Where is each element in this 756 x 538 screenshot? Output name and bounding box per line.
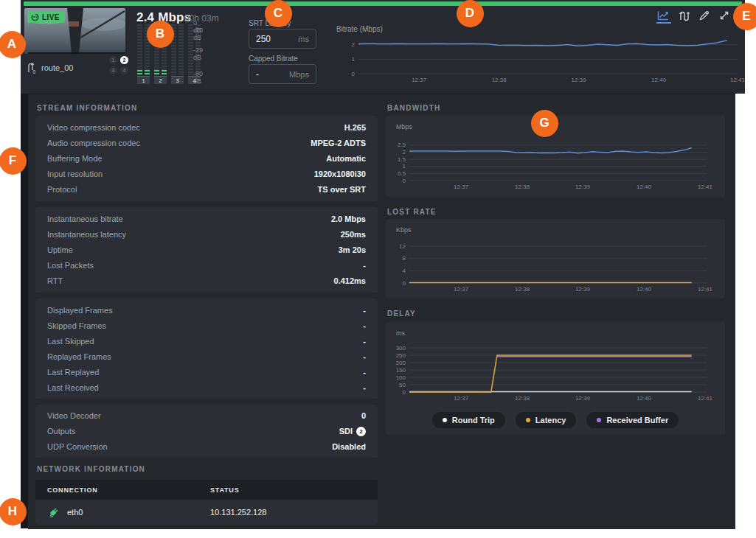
info-label: Skipped Frames <box>47 321 106 330</box>
route-view-button[interactable] <box>677 9 690 22</box>
svg-text:12:39: 12:39 <box>575 395 591 402</box>
info-label: Displayed Frames <box>47 306 113 315</box>
meter-level-lit <box>145 70 150 75</box>
svg-text:250: 250 <box>396 352 406 359</box>
info-row: Last Received- <box>35 380 378 395</box>
legend-pill[interactable]: Latency <box>516 412 577 428</box>
meter-channel-label[interactable]: 2 <box>154 76 167 84</box>
capped-bitrate-input[interactable] <box>256 69 289 80</box>
annotation-marker-g: G <box>531 110 558 137</box>
svg-text:12:41: 12:41 <box>698 395 713 402</box>
info-value: 250ms <box>341 230 366 239</box>
info-value: - <box>363 368 366 377</box>
stream-name: madrid-mx4-en... <box>44 54 100 55</box>
route-output-badge[interactable]: 2 <box>120 56 128 64</box>
info-row: Displayed Frames- <box>35 302 378 318</box>
svg-text:12:38: 12:38 <box>515 395 530 402</box>
bitrate-chart: 21012:3712:3812:3912:4012:41 <box>325 21 745 88</box>
info-label: Input resolution <box>47 170 103 178</box>
info-label: Instantaneous latency <box>47 230 126 239</box>
db-scale-label: -10 dB <box>193 27 203 41</box>
stream-information-title: STREAM INFORMATION <box>37 104 137 112</box>
stream-info-card: Displayed Frames-Skipped Frames-Last Ski… <box>35 298 378 399</box>
route-icon: 0 <box>26 62 36 74</box>
collapse-button[interactable] <box>718 9 731 22</box>
svg-text:12:40: 12:40 <box>651 77 667 83</box>
info-label: Last Received <box>47 383 99 392</box>
svg-text:12:40: 12:40 <box>637 184 652 190</box>
svg-text:200: 200 <box>396 360 406 366</box>
info-label: Instantaneous bitrate <box>47 214 123 223</box>
live-badge: LIVE <box>27 11 65 23</box>
info-value: SDI2 <box>339 427 366 436</box>
route-output-badge[interactable]: 4 <box>120 66 128 74</box>
top-bar: 2 madrid-mx4-en... LIVE 0 route_00 <box>21 0 745 94</box>
info-row: ProtocolTS over SRT <box>35 182 378 198</box>
info-row: Audio compression codecMPEG-2 ADTS <box>35 135 378 150</box>
page: 2 madrid-mx4-en... LIVE 0 route_00 <box>0 0 756 538</box>
legend-pill[interactable]: Received Buffer <box>586 412 679 428</box>
info-label: Uptime <box>47 245 73 254</box>
stats-view-button[interactable] <box>656 9 670 22</box>
delay-legend: Round TripLatencyReceived Buffer <box>386 412 725 428</box>
route-output-badge[interactable]: 3 <box>109 66 117 74</box>
delay-panel: ms 30025020015010050012:3712:3812:3912:4… <box>386 322 725 435</box>
meter-bar <box>137 24 142 75</box>
ethernet-plug-icon <box>47 506 60 519</box>
meter-channel-label[interactable]: 3 <box>171 76 184 84</box>
annotation-marker-d: D <box>457 0 484 27</box>
info-row: OutputsSDI2 <box>35 424 378 439</box>
info-label: Last Replayed <box>47 368 99 377</box>
output-count-badge: 2 <box>356 427 366 436</box>
info-row: Replayed Frames- <box>35 349 378 364</box>
info-row: UDP ConversionDisabled <box>35 439 378 454</box>
network-information-title: NETWORK INFORMATION <box>37 465 145 473</box>
svg-text:0: 0 <box>403 389 406 396</box>
meter-channel-label[interactable]: 1 <box>137 76 150 84</box>
stream-info-card: Video Decoder0OutputsSDI2UDP ConversionD… <box>35 405 378 458</box>
info-label: Video compression codec <box>47 123 140 132</box>
info-row: Skipped Frames- <box>35 318 378 333</box>
annotation-marker-e: E <box>733 3 756 30</box>
svg-text:12:39: 12:39 <box>572 77 587 83</box>
svg-text:0: 0 <box>403 178 406 184</box>
legend-dot <box>526 418 530 422</box>
meter-level-lit <box>137 70 142 75</box>
info-label: Audio compression codec <box>47 139 140 147</box>
svg-text:1: 1 <box>352 56 356 63</box>
srt-latency-input[interactable] <box>256 34 298 44</box>
svg-text:12:41: 12:41 <box>698 286 713 293</box>
meter-bar <box>188 24 193 75</box>
info-value: H.265 <box>344 123 366 132</box>
info-value: 0 <box>361 411 366 420</box>
info-value: MPEG-2 ADTS <box>311 139 366 147</box>
stats-active-underline <box>656 22 671 24</box>
svg-text:300: 300 <box>396 345 406 352</box>
route-output-badge[interactable]: 1 <box>109 56 117 64</box>
status-cell: 10.131.252.128 <box>210 508 378 517</box>
stream-info-card: Instantaneous bitrate2.0 MbpsInstantaneo… <box>35 207 378 293</box>
svg-text:1: 1 <box>403 163 406 170</box>
network-table: CONNECTION STATUS eth010.131.252.128 <box>35 480 378 525</box>
annotation-marker-f: F <box>0 147 27 175</box>
meter-level-lit <box>162 70 167 75</box>
svg-text:12:37: 12:37 <box>454 286 469 293</box>
live-label: LIVE <box>42 13 60 21</box>
svg-text:12:37: 12:37 <box>454 184 469 190</box>
edit-button[interactable] <box>698 9 711 22</box>
info-value: - <box>363 306 366 315</box>
info-label: Last Skipped <box>47 337 94 346</box>
lost-rate-panel: Kbps 1284012:3712:3812:3912:4012:41 <box>386 219 725 298</box>
svg-text:150: 150 <box>396 367 406 374</box>
svg-text:12:38: 12:38 <box>515 184 530 190</box>
lost-rate-title: LOST RATE <box>387 208 437 216</box>
stream-status-green-bar <box>24 1 742 6</box>
srt-latency-unit: ms <box>298 35 309 43</box>
annotation-marker-a: A <box>0 31 26 58</box>
info-value: Automatic <box>326 154 366 163</box>
svg-text:0: 0 <box>33 69 36 74</box>
svg-text:2.5: 2.5 <box>398 142 406 148</box>
meter-level-lit <box>154 70 159 75</box>
legend-pill[interactable]: Round Trip <box>432 412 505 428</box>
svg-text:0: 0 <box>352 71 356 77</box>
